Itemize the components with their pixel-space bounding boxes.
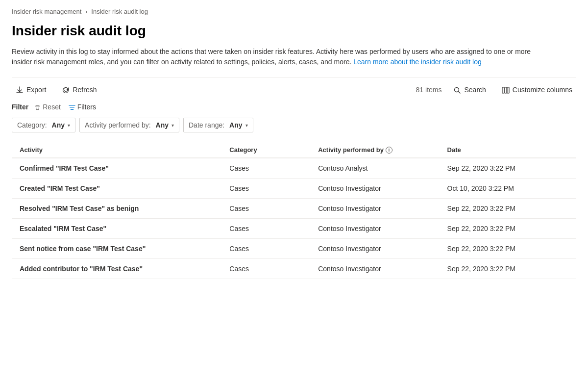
column-header-date: Date (447, 146, 568, 154)
table-row: Escalated "IRM Test Case" Cases Contoso … (12, 219, 576, 239)
toolbar-right: 81 items Search (416, 83, 576, 96)
page-description: Review activity in this log to stay info… (12, 47, 551, 67)
cell-performer-5: Contoso Investigator (318, 265, 439, 273)
reset-label: Reset (43, 103, 61, 111)
page-title: Insider risk audit log (12, 23, 576, 39)
filter-reset-button[interactable]: Reset (32, 102, 63, 112)
column-header-performer: Activity performed by i (318, 146, 439, 154)
filters-button[interactable]: Filters (67, 102, 98, 112)
toolbar-left: Export Refresh (12, 83, 101, 96)
customize-columns-icon (502, 85, 510, 94)
table-row: Created "IRM Test Case" Cases Contoso In… (12, 179, 576, 199)
search-icon (453, 85, 461, 94)
export-button[interactable]: Export (12, 83, 50, 96)
svg-rect-2 (502, 87, 504, 93)
breadcrumb: Insider risk management › Insider risk a… (12, 8, 576, 15)
refresh-button[interactable]: Refresh (58, 83, 100, 96)
breadcrumb-separator: › (85, 8, 87, 15)
column-header-activity: Activity (20, 146, 221, 154)
table-header: Activity Category Activity performed by … (12, 142, 576, 158)
refresh-label: Refresh (73, 86, 97, 94)
table-row: Added contributor to "IRM Test Case" Cas… (12, 259, 576, 279)
breadcrumb-current: Insider risk audit log (91, 8, 148, 15)
filter-label: Filter (12, 103, 28, 111)
dropdown-row: Category: Any ▾ Activity performed by: A… (12, 118, 576, 132)
activity-performed-by-value: Any (156, 121, 169, 129)
table-row: Sent notice from case "IRM Test Case" Ca… (12, 239, 576, 259)
cell-performer-3: Contoso Investigator (318, 225, 439, 232)
reset-icon (34, 103, 41, 111)
search-button[interactable]: Search (449, 83, 490, 96)
cell-category-5: Cases (229, 265, 310, 273)
filters-label: Filters (77, 103, 96, 111)
cell-date-2: Sep 22, 2020 3:22 PM (447, 205, 568, 212)
activity-performed-by-chevron-icon: ▾ (172, 123, 174, 128)
svg-line-1 (459, 91, 461, 93)
svg-rect-3 (505, 87, 507, 93)
audit-log-table: Activity Category Activity performed by … (12, 142, 576, 279)
cell-date-1: Oct 10, 2020 3:22 PM (447, 184, 568, 192)
cell-performer-0: Contoso Analyst (318, 164, 439, 172)
cell-activity-0: Confirmed "IRM Test Case" (20, 164, 221, 172)
date-range-dropdown[interactable]: Date range: Any ▾ (183, 118, 253, 132)
customize-columns-button[interactable]: Customize columns (498, 83, 576, 96)
cell-category-1: Cases (229, 184, 310, 192)
cell-category-4: Cases (229, 245, 310, 253)
cell-category-0: Cases (229, 164, 310, 172)
filter-bar: Filter Reset Filters (12, 102, 576, 112)
section-divider (12, 77, 576, 77)
performer-info-icon[interactable]: i (386, 147, 392, 154)
svg-rect-4 (507, 87, 509, 93)
table-row: Resolved "IRM Test Case" as benign Cases… (12, 199, 576, 219)
date-range-chevron-icon: ▾ (245, 123, 248, 128)
cell-activity-3: Escalated "IRM Test Case" (20, 225, 221, 232)
date-range-label: Date range: (189, 121, 226, 129)
cell-performer-4: Contoso Investigator (318, 245, 439, 253)
export-icon (16, 85, 24, 94)
export-label: Export (26, 86, 46, 94)
cell-activity-4: Sent notice from case "IRM Test Case" (20, 245, 221, 253)
cell-activity-5: Added contributor to "IRM Test Case" (20, 265, 221, 273)
table-row: Confirmed "IRM Test Case" Cases Contoso … (12, 158, 576, 179)
cell-activity-2: Resolved "IRM Test Case" as benign (20, 205, 221, 212)
column-header-category: Category (229, 146, 310, 154)
cell-category-3: Cases (229, 225, 310, 232)
cell-activity-1: Created "IRM Test Case" (20, 184, 221, 192)
category-dropdown-value: Any (52, 121, 65, 129)
activity-performed-by-dropdown[interactable]: Activity performed by: Any ▾ (79, 118, 179, 132)
category-dropdown-label: Category: (17, 121, 49, 129)
date-range-value: Any (229, 121, 242, 129)
search-label: Search (464, 86, 486, 94)
cell-performer-2: Contoso Investigator (318, 205, 439, 212)
breadcrumb-parent[interactable]: Insider risk management (12, 8, 81, 15)
category-chevron-icon: ▾ (68, 123, 70, 128)
toolbar: Export Refresh 81 items (12, 83, 576, 96)
filters-icon (69, 103, 75, 111)
category-dropdown[interactable]: Category: Any ▾ (12, 118, 75, 132)
cell-date-4: Sep 22, 2020 3:22 PM (447, 245, 568, 253)
cell-date-0: Sep 22, 2020 3:22 PM (447, 164, 568, 172)
refresh-icon (62, 85, 70, 94)
items-count: 81 items (416, 86, 442, 94)
cell-date-3: Sep 22, 2020 3:22 PM (447, 225, 568, 232)
cell-category-2: Cases (229, 205, 310, 212)
customize-columns-label: Customize columns (513, 86, 572, 94)
activity-performed-by-label: Activity performed by: (85, 121, 153, 129)
cell-performer-1: Contoso Investigator (318, 184, 439, 192)
learn-more-link[interactable]: Learn more about the insider risk audit … (353, 58, 481, 66)
cell-date-5: Sep 22, 2020 3:22 PM (447, 265, 568, 273)
